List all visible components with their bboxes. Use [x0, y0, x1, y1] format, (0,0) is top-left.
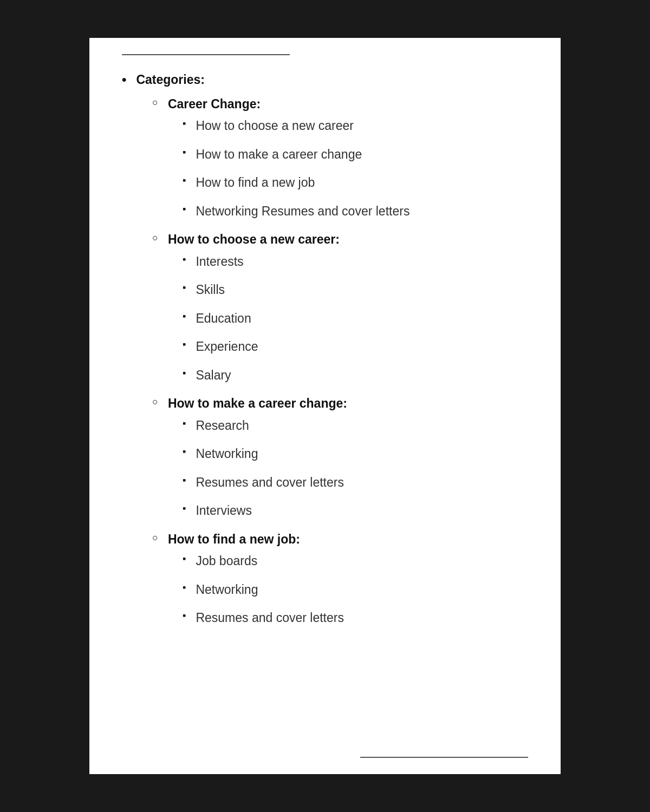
list-item: How to choose a new career: [183, 116, 528, 135]
bottom-rule: [360, 757, 528, 758]
list-level2: Career Change: How to choose a new caree…: [122, 95, 528, 637]
list-item-categories: Categories: Career Change: How to choose…: [122, 70, 528, 637]
list-level3-career-change: How to choose a new career How to make a…: [152, 116, 528, 220]
item-choose-career: How to choose a new career: [183, 116, 528, 135]
list-item-how-to-find: How to find a new job: Job boards Networ…: [152, 530, 528, 627]
list-item: Experience: [183, 337, 528, 356]
list-item-how-to-make: How to make a career change: Research Ne…: [152, 394, 528, 520]
how-to-find-label: How to find a new job:: [152, 530, 528, 549]
top-rule: [122, 54, 290, 55]
list-item: Resumes and cover letters: [183, 608, 528, 627]
list-item: Skills: [183, 280, 528, 299]
item-skills: Skills: [183, 280, 528, 299]
how-to-choose-label: How to choose a new career:: [152, 230, 528, 249]
list-item: Networking: [183, 580, 528, 599]
item-education: Education: [183, 309, 528, 328]
item-make-career-change: How to make a career change: [183, 145, 528, 164]
list-item: Job boards: [183, 552, 528, 571]
list-item: How to make a career change: [183, 145, 528, 164]
list-item: How to find a new job: [183, 173, 528, 192]
content: Categories: Career Change: How to choose…: [122, 60, 528, 637]
list-level1: Categories: Career Change: How to choose…: [122, 70, 528, 637]
list-item: Networking: [183, 444, 528, 463]
list-item: Research: [183, 416, 528, 435]
item-experience: Experience: [183, 337, 528, 356]
item-resumes-cover2: Resumes and cover letters: [183, 608, 528, 627]
item-interviews: Interviews: [183, 501, 528, 520]
list-item: Interests: [183, 252, 528, 271]
list-item: Salary: [183, 366, 528, 385]
item-salary: Salary: [183, 366, 528, 385]
item-research: Research: [183, 416, 528, 435]
categories-label: Categories:: [122, 70, 528, 89]
item-find-new-job: How to find a new job: [183, 173, 528, 192]
item-networking-resumes: Networking Resumes and cover letters: [183, 202, 528, 221]
list-item: Resumes and cover letters: [183, 473, 528, 492]
item-networking: Networking: [183, 444, 528, 463]
career-change-label: Career Change:: [152, 95, 528, 114]
item-interests: Interests: [183, 252, 528, 271]
item-job-boards: Job boards: [183, 552, 528, 571]
list-item-how-to-choose: How to choose a new career: Interests Sk…: [152, 230, 528, 384]
list-item: Interviews: [183, 501, 528, 520]
list-level3-make: Research Networking Resumes and cover le…: [152, 416, 528, 520]
list-level3-choose: Interests Skills Education Experience: [152, 252, 528, 385]
item-resumes-cover: Resumes and cover letters: [183, 473, 528, 492]
list-item-career-change: Career Change: How to choose a new caree…: [152, 95, 528, 221]
list-item: Education: [183, 309, 528, 328]
how-to-make-label: How to make a career change:: [152, 394, 528, 413]
item-networking2: Networking: [183, 580, 528, 599]
page-container: Categories: Career Change: How to choose…: [89, 38, 561, 774]
list-item: Networking Resumes and cover letters: [183, 202, 528, 221]
list-level3-find: Job boards Networking Resumes and cover …: [152, 552, 528, 627]
